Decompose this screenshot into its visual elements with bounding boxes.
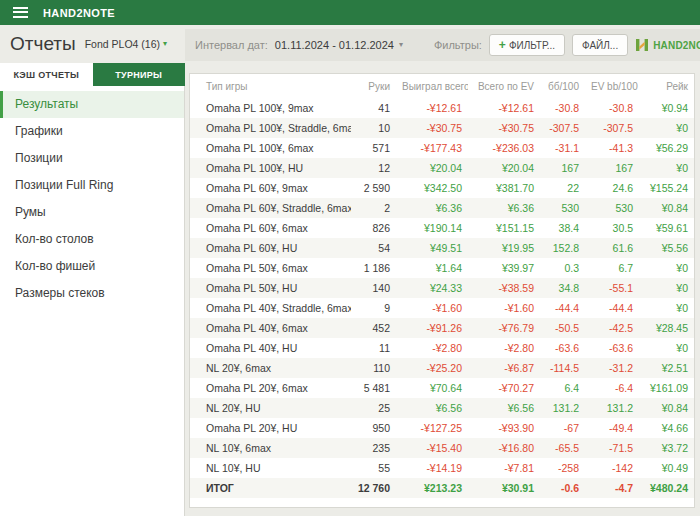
reports-table-card: Тип игрыРукиВыиграл всегоВсего по EVбб/1… — [189, 73, 695, 508]
table-row[interactable]: NL 20¥, HU25¥6.56¥6.56131.2131.2¥0.84 — [190, 398, 694, 418]
table-cell: -30.8 — [540, 98, 585, 118]
sidebar-item-charts[interactable]: Графики — [0, 118, 184, 145]
table-cell: -114.5 — [540, 358, 585, 378]
table-cell: Omaha PL 60¥, 9max — [190, 178, 351, 198]
sidebar-item-positions-full-ring[interactable]: Позиции Full Ring — [0, 172, 184, 199]
table-cell: Omaha PL 50¥, 6max — [190, 258, 351, 278]
table-cell: NL 10¥, 6max — [190, 438, 351, 458]
table-cell: Omaha PL 100¥, 6max — [190, 138, 351, 158]
reports-table: Тип игрыРукиВыиграл всегоВсего по EVбб/1… — [190, 74, 694, 498]
table-cell: 2 — [351, 198, 396, 218]
table-cell: 12 — [351, 158, 396, 178]
column-header[interactable]: бб/100 — [540, 74, 585, 98]
sidebar-item-tables-count[interactable]: Кол-во столов — [0, 226, 184, 253]
table-row[interactable]: NL 20¥, 6max110-¥25.20-¥6.87-114.5-31.2¥… — [190, 358, 694, 378]
table-cell: -¥2.80 — [468, 338, 540, 358]
sidebar-tabs: КЭШ ОТЧЕТЫТУРНИРЫ — [0, 63, 185, 86]
table-cell: 9 — [351, 298, 396, 318]
table-row[interactable]: Omaha PL 60¥, HU54¥49.51¥19.95152.861.6¥… — [190, 238, 694, 258]
table-cell: ¥151.15 — [468, 218, 540, 238]
table-cell: Omaha PL 20¥, 6max — [190, 378, 351, 398]
table-cell: 571 — [351, 138, 396, 158]
table-cell: -50.5 — [540, 318, 585, 338]
table-row[interactable]: Omaha PL 60¥, 6max826¥190.14¥151.1538.43… — [190, 218, 694, 238]
topbar: HAND2NOTE — [0, 0, 700, 25]
table-cell: 10 — [351, 118, 396, 138]
table-cell: -31.1 — [540, 138, 585, 158]
table-total-row[interactable]: ИТОГ12 760¥213.23¥30.91-0.6-4.7¥480.24 — [190, 478, 694, 498]
table-cell: 152.8 — [540, 238, 585, 258]
sidebar-menu: РезультатыГрафикиПозицииПозиции Full Rin… — [0, 86, 185, 516]
table-cell: -¥93.90 — [468, 418, 540, 438]
table-row[interactable]: Omaha PL 20¥, HU950-¥127.25-¥93.90-67-49… — [190, 418, 694, 438]
table-row[interactable]: Omaha PL 50¥, 6max1 186¥1.64¥39.970.36.7… — [190, 258, 694, 278]
table-cell: 131.2 — [540, 398, 585, 418]
table-cell: Omaha PL 40¥, Straddle, 6max — [190, 298, 351, 318]
table-row[interactable]: NL 10¥, 6max235-¥15.40-¥16.80-65.5-71.5¥… — [190, 438, 694, 458]
table-row[interactable]: Omaha PL 20¥, 6max5 481¥70.64-¥70.276.4-… — [190, 378, 694, 398]
table-cell: 55 — [351, 458, 396, 478]
table-row[interactable]: Omaha PL 40¥, 6max452-¥91.26-¥76.79-50.5… — [190, 318, 694, 338]
table-cell: -44.4 — [585, 298, 639, 318]
hand2note-brand-link[interactable]: HAND2NOTE.COM — [635, 38, 700, 52]
column-header[interactable]: EV bb/100 — [585, 74, 639, 98]
table-row[interactable]: Omaha PL 60¥, Straddle, 6max2¥6.36¥6.365… — [190, 198, 694, 218]
sidebar-item-stack-sizes[interactable]: Размеры стеков — [0, 280, 184, 307]
tab-cash-reports[interactable]: КЭШ ОТЧЕТЫ — [0, 63, 93, 86]
table-cell: -¥15.40 — [396, 438, 468, 458]
add-filter-button[interactable]: + ФИЛЬТР... — [489, 34, 565, 56]
app-title: HAND2NOTE — [43, 7, 115, 19]
database-selector[interactable]: Fond PLO4 (16) ▾ — [85, 38, 167, 50]
main-content: Тип игрыРукиВыиграл всегоВсего по EVбб/1… — [185, 63, 700, 516]
table-row[interactable]: Omaha PL 50¥, HU140¥24.33-¥38.5934.8-55.… — [190, 278, 694, 298]
table-cell: ¥20.04 — [468, 158, 540, 178]
table-cell: ¥190.14 — [396, 218, 468, 238]
table-row[interactable]: Omaha PL 60¥, 9max2 590¥342.50¥381.70222… — [190, 178, 694, 198]
table-cell: -¥38.59 — [468, 278, 540, 298]
table-cell: -42.5 — [585, 318, 639, 338]
table-cell: -¥30.75 — [396, 118, 468, 138]
tab-tournaments[interactable]: ТУРНИРЫ — [93, 63, 186, 86]
filters-label: Фильтры: — [434, 39, 482, 51]
table-cell: Omaha PL 100¥, HU — [190, 158, 351, 178]
table-cell: ¥28.45 — [639, 318, 694, 338]
page-title: Отчеты — [10, 33, 76, 55]
column-header[interactable]: Тип игры — [190, 74, 351, 98]
hamburger-menu-icon[interactable] — [13, 7, 28, 18]
table-cell: -¥76.79 — [468, 318, 540, 338]
table-cell: 61.6 — [585, 238, 639, 258]
table-row[interactable]: Omaha PL 40¥, HU11-¥2.80-¥2.80-63.6-63.6… — [190, 338, 694, 358]
table-row[interactable]: Omaha PL 100¥, 9max41-¥12.61-¥12.61-30.8… — [190, 98, 694, 118]
sidebar-item-results[interactable]: Результаты — [0, 91, 184, 118]
sidebar-item-positions[interactable]: Позиции — [0, 145, 184, 172]
table-cell: 2 590 — [351, 178, 396, 198]
date-range-selector[interactable]: 01.11.2024 - 01.12.2024 ▾ — [275, 39, 403, 51]
file-button[interactable]: ФАЙЛ... — [572, 34, 628, 56]
sidebar-item-fish-count[interactable]: Кол-во фишей — [0, 253, 184, 280]
table-row[interactable]: Omaha PL 100¥, Straddle, 6max10-¥30.75-¥… — [190, 118, 694, 138]
table-cell: 140 — [351, 278, 396, 298]
plus-icon: + — [499, 38, 506, 52]
table-cell: ¥19.95 — [468, 238, 540, 258]
column-header[interactable]: Руки — [351, 74, 396, 98]
table-header-row: Тип игрыРукиВыиграл всегоВсего по EVбб/1… — [190, 74, 694, 98]
table-cell: -¥236.03 — [468, 138, 540, 158]
table-cell: -¥2.80 — [396, 338, 468, 358]
sidebar-item-rooms[interactable]: Румы — [0, 199, 184, 226]
table-row[interactable]: NL 10¥, HU55-¥14.19-¥7.81-258-142¥0.49 — [190, 458, 694, 478]
table-cell: -¥30.75 — [468, 118, 540, 138]
table-cell: 54 — [351, 238, 396, 258]
table-cell: 5 481 — [351, 378, 396, 398]
column-header[interactable]: Выиграл всего — [396, 74, 468, 98]
table-row[interactable]: Omaha PL 40¥, Straddle, 6max9-¥1.60-¥1.6… — [190, 298, 694, 318]
table-cell: ¥342.50 — [396, 178, 468, 198]
table-row[interactable]: Omaha PL 100¥, 6max571-¥177.43-¥236.03-3… — [190, 138, 694, 158]
column-header[interactable]: Рейк — [639, 74, 694, 98]
table-row[interactable]: Omaha PL 100¥, HU12¥20.04¥20.04167167¥0 — [190, 158, 694, 178]
table-cell: ¥381.70 — [468, 178, 540, 198]
column-header[interactable]: Всего по EV — [468, 74, 540, 98]
table-cell: -63.6 — [540, 338, 585, 358]
table-cell: -6.4 — [585, 378, 639, 398]
table-cell: Omaha PL 60¥, 6max — [190, 218, 351, 238]
table-cell: -0.6 — [540, 478, 585, 498]
